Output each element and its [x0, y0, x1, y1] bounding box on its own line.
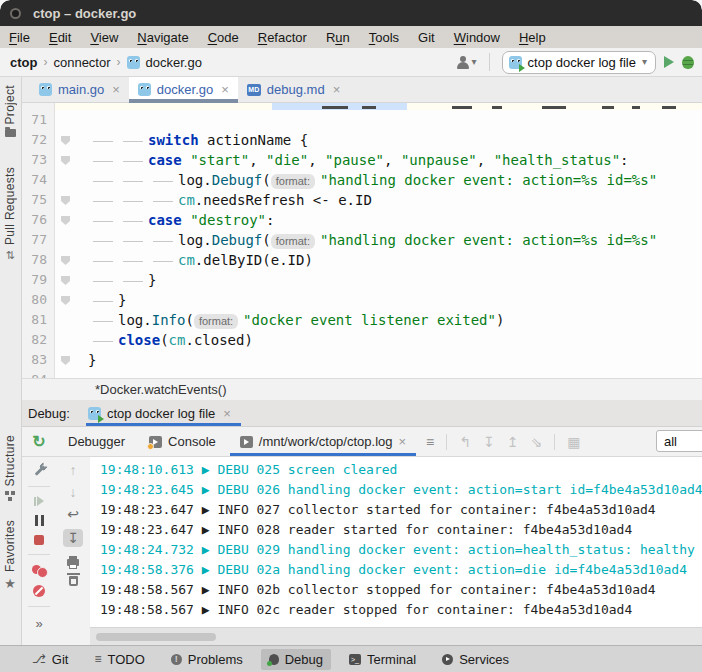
close-icon[interactable]: × [221, 82, 229, 97]
sidebar-item-favorites[interactable]: Favorites ★ [0, 520, 20, 590]
soft-wrap-icon[interactable]: ↩ [67, 507, 79, 521]
sidebar-item-structure[interactable]: Structure [0, 435, 20, 501]
debug-panel-header: Debug: ctop docker log file × [0, 400, 702, 427]
toolwindow-button-todo[interactable]: ≡TODO [86, 649, 152, 670]
more-actions-icon[interactable]: » [35, 616, 42, 631]
user-profile-button[interactable]: ▾ [456, 56, 477, 69]
menu-edit[interactable]: Edit [49, 30, 71, 45]
menu-run[interactable]: Run [326, 30, 350, 45]
stop-icon[interactable] [34, 535, 44, 545]
arrow-up-icon[interactable]: ↑ [70, 463, 77, 477]
fold-gutter[interactable] [54, 290, 88, 310]
menu-navigate[interactable]: Navigate [137, 30, 188, 45]
arrow-down-icon[interactable]: ↓ [70, 485, 77, 499]
menu-refactor[interactable]: Refactor [258, 30, 307, 45]
settings-wrench-icon[interactable] [33, 464, 46, 477]
mute-breakpoints-icon[interactable] [33, 585, 45, 597]
code-line: 78cm.delByID(e.ID) [22, 250, 702, 270]
fold-gutter[interactable] [54, 230, 88, 250]
close-icon[interactable]: × [223, 406, 231, 421]
line-number: 80 [22, 290, 54, 310]
code-line: 75cm.needsRefresh <- e.ID [22, 190, 702, 210]
move-up-icon[interactable]: ↥ [507, 434, 519, 450]
line-number: 79 [22, 270, 54, 290]
status-bar: ⎇Git≡TODO!ProblemsDebug>_TerminalService… [0, 645, 702, 672]
tab-log-file[interactable]: /mnt/work/ctop/ctop.log × [228, 427, 418, 456]
parameter-hint: format: [271, 234, 315, 249]
fold-gutter[interactable] [54, 130, 88, 150]
run-button[interactable] [664, 56, 674, 68]
title-bar: ctop – docker.go [0, 0, 702, 26]
sidebar-item-project[interactable]: Project [0, 85, 20, 137]
fold-gutter[interactable] [54, 310, 88, 330]
fold-gutter[interactable] [54, 190, 88, 210]
close-icon[interactable]: × [333, 82, 341, 97]
fold-gutter[interactable] [54, 110, 88, 130]
tab-console[interactable]: Console [137, 427, 228, 456]
fold-gutter[interactable] [54, 150, 88, 170]
options-menu-icon[interactable]: ≡ [426, 434, 434, 450]
menu-view[interactable]: View [90, 30, 118, 45]
markdown-file-icon: MD [247, 84, 261, 96]
code-line: 71 [22, 110, 702, 130]
prev-occurrence-icon[interactable]: ↰ [459, 434, 471, 450]
toolwindow-button-services[interactable]: Services [434, 649, 517, 670]
debug-session-tab[interactable]: ctop docker log file × [86, 400, 241, 426]
line-number: 71 [22, 110, 54, 130]
rerun-button[interactable]: ↻ [22, 434, 56, 450]
fold-gutter[interactable] [54, 210, 88, 230]
fold-gutter[interactable] [54, 250, 88, 270]
log-filter-select[interactable]: all [656, 430, 702, 452]
fold-gutter[interactable] [54, 370, 88, 378]
run-to-cursor-icon[interactable]: ⇘ [530, 434, 542, 450]
scrollbar-thumb[interactable] [96, 633, 216, 641]
toolwindow-button-label: Problems [188, 652, 243, 667]
breadcrumb-package[interactable]: connector [53, 55, 110, 70]
log-line: 19:48:10.613 ▶ DEBU 025 screen cleared [100, 460, 702, 480]
window-menu-icon[interactable] [10, 8, 21, 19]
pause-program-icon[interactable] [35, 515, 44, 526]
clear-console-icon[interactable] [69, 576, 78, 586]
pull-requests-icon: ⇅ [5, 250, 14, 261]
close-icon[interactable]: × [112, 82, 120, 97]
log-console[interactable]: 19:48:10.613 ▶ DEBU 025 screen cleared19… [90, 457, 702, 627]
debug-button[interactable] [682, 56, 694, 69]
run-configuration-select[interactable]: ctop docker log file ▾ [502, 51, 656, 74]
menu-help[interactable]: Help [519, 30, 546, 45]
fold-marker-icon [61, 296, 70, 305]
breadcrumb-project[interactable]: ctop [10, 55, 37, 70]
menu-code[interactable]: Code [208, 30, 239, 45]
services-icon [442, 654, 453, 665]
horizontal-scrollbar[interactable] [90, 627, 702, 645]
layout-grid-icon[interactable]: ▦ [567, 434, 580, 450]
menu-git[interactable]: Git [418, 30, 435, 45]
log-line: 19:48:23.647 ▶ INFO 028 reader started f… [100, 520, 702, 540]
close-icon[interactable]: × [398, 434, 406, 449]
fold-marker-icon [61, 196, 70, 205]
fold-gutter[interactable] [54, 170, 88, 190]
print-icon[interactable] [67, 559, 79, 566]
fold-gutter[interactable] [54, 270, 88, 290]
fold-gutter[interactable] [54, 350, 88, 370]
move-down-icon[interactable]: ↧ [483, 434, 495, 450]
toolwindow-button-debug[interactable]: Debug [261, 649, 331, 670]
resume-program-icon[interactable] [34, 496, 44, 506]
editor-tab-docker.go[interactable]: docker.go× [129, 77, 238, 102]
fold-marker-icon [61, 256, 70, 265]
menu-tools[interactable]: Tools [369, 30, 399, 45]
sidebar-item-pull-requests[interactable]: Pull Requests ⇅ [0, 167, 20, 261]
editor-tab-debug.md[interactable]: MDdebug.md× [238, 77, 349, 102]
menu-window[interactable]: Window [454, 30, 500, 45]
toolwindow-button-terminal[interactable]: >_Terminal [341, 649, 424, 670]
tab-debugger[interactable]: Debugger [56, 427, 137, 456]
context-function[interactable]: *Docker.watchEvents() [95, 382, 227, 397]
scroll-to-end-icon[interactable]: ↧ [63, 529, 83, 547]
view-breakpoints-icon[interactable] [32, 564, 46, 576]
toolwindow-button-git[interactable]: ⎇Git [24, 649, 76, 670]
menu-file[interactable]: File [9, 30, 30, 45]
code-editor[interactable]: 7172switch actionName {73case "start", "… [22, 103, 702, 378]
fold-gutter[interactable] [54, 330, 88, 350]
editor-tab-main.go[interactable]: main.go× [30, 77, 129, 102]
toolwindow-button-problems[interactable]: !Problems [163, 649, 251, 670]
breadcrumb-file[interactable]: docker.go [146, 55, 202, 70]
